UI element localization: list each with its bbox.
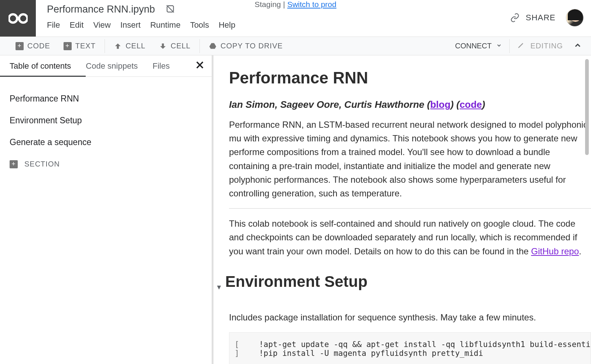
blog-link[interactable]: blog bbox=[430, 99, 451, 110]
github-repo-link[interactable]: GitHub repo bbox=[531, 246, 579, 256]
switch-to-prod-link[interactable]: Switch to prod bbox=[287, 0, 337, 8]
notebook-area[interactable]: Performance RNN Ian Simon, Sageev Oore, … bbox=[213, 55, 591, 364]
toc-list: Performance RNN Environment Setup Genera… bbox=[0, 77, 213, 175]
toc-item[interactable]: Environment Setup bbox=[10, 110, 213, 131]
divider bbox=[229, 208, 591, 209]
code-link[interactable]: code bbox=[460, 99, 482, 110]
intro-paragraph-2: This colab notebook is self-contained an… bbox=[229, 217, 591, 258]
svg-point-0 bbox=[8, 14, 17, 23]
add-section-label: SECTION bbox=[24, 160, 60, 168]
colab-logo-icon bbox=[8, 12, 28, 25]
code-cell-gutter[interactable]: [ ] bbox=[229, 340, 248, 358]
authors-line: Ian Simon, Sageev Oore, Curtis Hawthorne… bbox=[229, 99, 591, 110]
tab-snippets[interactable]: Code snippets bbox=[86, 61, 138, 71]
colab-logo[interactable] bbox=[0, 0, 36, 37]
page-title: Performance RNN bbox=[229, 69, 591, 87]
share-label: SHARE bbox=[526, 13, 556, 23]
add-section-button[interactable]: + SECTION bbox=[10, 153, 213, 175]
cell-down-label: CELL bbox=[171, 42, 191, 50]
menu-help[interactable]: Help bbox=[219, 20, 235, 30]
plus-icon: + bbox=[16, 42, 24, 50]
menu-insert[interactable]: Insert bbox=[120, 20, 141, 30]
toolbar-separator bbox=[509, 39, 510, 53]
tab-files[interactable]: Files bbox=[153, 61, 170, 71]
menu-edit[interactable]: Edit bbox=[69, 20, 83, 30]
toolbar-separator bbox=[199, 39, 200, 53]
add-code-label: CODE bbox=[27, 42, 50, 50]
copy-to-drive-button[interactable]: COPY TO DRIVE bbox=[202, 42, 290, 50]
code-cell[interactable]: [ ] !apt-get update -qq && apt-get insta… bbox=[229, 332, 591, 364]
chevron-up-icon bbox=[573, 41, 582, 50]
pencil-icon bbox=[517, 41, 525, 51]
collapse-header-button[interactable] bbox=[568, 41, 587, 51]
chevron-down-icon bbox=[496, 42, 502, 50]
authors-names: Ian Simon, Sageev Oore, Curtis Hawthorne bbox=[229, 99, 424, 110]
toc-item[interactable]: Generate a sequence bbox=[10, 131, 213, 153]
editing-label: EDITING bbox=[530, 42, 563, 50]
toc-item[interactable]: Performance RNN bbox=[10, 88, 213, 110]
code-cell-body[interactable]: !apt-get update -qq && apt-get install -… bbox=[259, 340, 591, 358]
svg-point-1 bbox=[19, 14, 27, 23]
connect-button[interactable]: CONNECT bbox=[450, 42, 507, 50]
move-cell-down-button[interactable]: CELL bbox=[152, 42, 197, 50]
env-setup-description: Includes package installation for sequen… bbox=[229, 310, 591, 324]
menu-runtime[interactable]: Runtime bbox=[150, 20, 181, 30]
avatar[interactable] bbox=[566, 9, 584, 27]
cell-up-label: CELL bbox=[126, 42, 146, 50]
menu-file[interactable]: File bbox=[47, 20, 60, 30]
menu-tools[interactable]: Tools bbox=[190, 20, 209, 30]
add-text-label: TEXT bbox=[75, 42, 96, 50]
intro-paragraph-1: Performance RNN, an LSTM-based recurrent… bbox=[229, 118, 591, 200]
copy-to-drive-label: COPY TO DRIVE bbox=[221, 42, 283, 50]
move-cell-up-button[interactable]: CELL bbox=[107, 42, 152, 50]
tab-toc[interactable]: Table of contents bbox=[10, 61, 71, 71]
collapse-section-icon[interactable]: ▼ bbox=[216, 284, 222, 291]
arrow-up-icon bbox=[114, 42, 122, 50]
main: Table of contents Code snippets Files Pe… bbox=[0, 55, 591, 364]
editing-mode-button[interactable]: EDITING bbox=[512, 41, 568, 51]
scrollbar[interactable] bbox=[585, 59, 589, 155]
drive-icon bbox=[209, 42, 217, 50]
autosave-off-icon[interactable] bbox=[165, 4, 175, 15]
doc-title[interactable]: Performance RNN.ipynb bbox=[47, 4, 155, 15]
menu-bar: File Edit View Insert Runtime Tools Help bbox=[47, 20, 591, 30]
share-button[interactable]: SHARE bbox=[510, 13, 556, 23]
menu-view[interactable]: View bbox=[93, 20, 110, 30]
close-icon bbox=[195, 60, 205, 70]
close-sidebar-button[interactable] bbox=[195, 60, 205, 72]
toolbar: + CODE + TEXT CELL CELL COPY TO DRIVE CO… bbox=[0, 37, 591, 55]
plus-icon: + bbox=[64, 42, 72, 50]
arrow-down-icon bbox=[159, 42, 167, 50]
toolbar-separator bbox=[105, 39, 105, 53]
add-code-button[interactable]: + CODE bbox=[9, 42, 57, 50]
section-heading: ▼ Environment Setup bbox=[216, 273, 591, 302]
connect-label: CONNECT bbox=[455, 42, 492, 50]
link-icon bbox=[510, 13, 520, 23]
section-title: Environment Setup bbox=[225, 273, 368, 291]
header-right: SHARE bbox=[510, 9, 584, 27]
add-text-button[interactable]: + TEXT bbox=[57, 42, 102, 50]
sidebar-tabs: Table of contents Code snippets Files bbox=[0, 55, 213, 77]
plus-icon: + bbox=[10, 160, 18, 168]
sidebar: Table of contents Code snippets Files Pe… bbox=[0, 55, 213, 364]
